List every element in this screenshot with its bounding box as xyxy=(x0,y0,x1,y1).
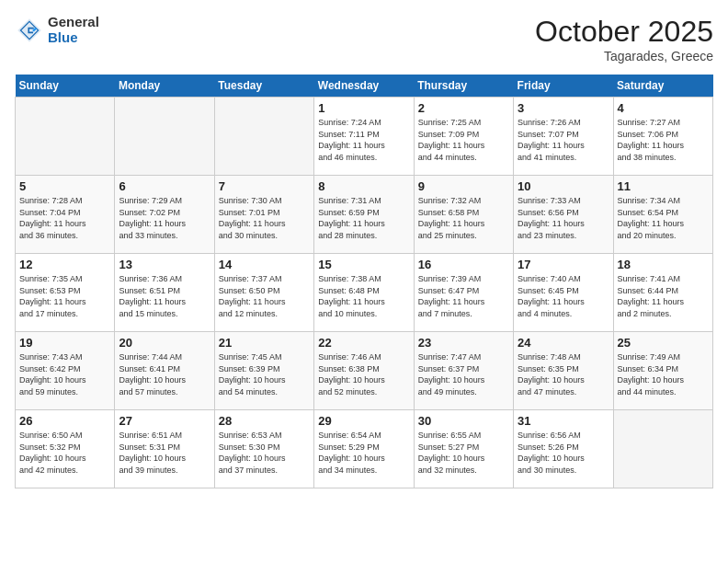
day-number: 28 xyxy=(219,414,310,428)
day-header-sunday: Sunday xyxy=(16,75,115,98)
calendar-cell: 14Sunrise: 7:37 AM Sunset: 6:50 PM Dayli… xyxy=(214,254,313,332)
calendar-week-2: 5Sunrise: 7:28 AM Sunset: 7:04 PM Daylig… xyxy=(16,176,713,254)
day-number: 15 xyxy=(318,258,409,271)
calendar-week-4: 19Sunrise: 7:43 AM Sunset: 6:42 PM Dayli… xyxy=(16,332,713,410)
day-info: Sunrise: 6:51 AM Sunset: 5:31 PM Dayligh… xyxy=(119,430,210,476)
title-block: October 2025 Tagarades, Greece xyxy=(535,15,713,63)
day-header-monday: Monday xyxy=(115,75,214,98)
day-number: 14 xyxy=(219,258,310,271)
calendar-body: 1Sunrise: 7:24 AM Sunset: 7:11 PM Daylig… xyxy=(16,98,713,488)
day-info: Sunrise: 7:38 AM Sunset: 6:48 PM Dayligh… xyxy=(318,273,409,319)
day-header-friday: Friday xyxy=(514,75,613,98)
calendar-cell: 25Sunrise: 7:49 AM Sunset: 6:34 PM Dayli… xyxy=(613,332,712,410)
day-number: 11 xyxy=(618,179,709,193)
day-number: 1 xyxy=(318,101,409,115)
day-info: Sunrise: 7:41 AM Sunset: 6:44 PM Dayligh… xyxy=(618,273,709,319)
calendar-cell: 4Sunrise: 7:27 AM Sunset: 7:06 PM Daylig… xyxy=(613,98,712,176)
day-number: 26 xyxy=(19,414,110,428)
day-number: 16 xyxy=(418,258,509,271)
calendar-cell: 28Sunrise: 6:53 AM Sunset: 5:30 PM Dayli… xyxy=(214,410,313,488)
logo-icon xyxy=(15,16,44,45)
day-number: 13 xyxy=(119,258,210,271)
day-number: 10 xyxy=(518,179,609,193)
day-header-saturday: Saturday xyxy=(613,75,712,98)
day-number: 29 xyxy=(318,414,409,428)
day-info: Sunrise: 6:53 AM Sunset: 5:30 PM Dayligh… xyxy=(219,430,310,476)
calendar-cell: 2Sunrise: 7:25 AM Sunset: 7:09 PM Daylig… xyxy=(414,98,513,176)
calendar-cell xyxy=(115,98,214,176)
calendar-table: SundayMondayTuesdayWednesdayThursdayFrid… xyxy=(15,75,713,488)
calendar-header-row: SundayMondayTuesdayWednesdayThursdayFrid… xyxy=(16,75,713,98)
day-number: 2 xyxy=(418,101,509,115)
day-number: 6 xyxy=(119,179,210,193)
calendar-cell: 6Sunrise: 7:29 AM Sunset: 7:02 PM Daylig… xyxy=(115,176,214,254)
day-info: Sunrise: 7:34 AM Sunset: 6:54 PM Dayligh… xyxy=(618,195,709,241)
day-number: 5 xyxy=(19,179,110,193)
day-info: Sunrise: 7:36 AM Sunset: 6:51 PM Dayligh… xyxy=(119,273,210,319)
day-info: Sunrise: 7:24 AM Sunset: 7:11 PM Dayligh… xyxy=(318,117,409,163)
day-info: Sunrise: 7:37 AM Sunset: 6:50 PM Dayligh… xyxy=(219,273,310,319)
calendar-cell: 8Sunrise: 7:31 AM Sunset: 6:59 PM Daylig… xyxy=(314,176,414,254)
day-info: Sunrise: 7:28 AM Sunset: 7:04 PM Dayligh… xyxy=(19,195,110,241)
day-info: Sunrise: 7:39 AM Sunset: 6:47 PM Dayligh… xyxy=(418,273,509,319)
location: Tagarades, Greece xyxy=(535,49,713,63)
calendar-cell: 3Sunrise: 7:26 AM Sunset: 7:07 PM Daylig… xyxy=(514,98,613,176)
day-info: Sunrise: 7:33 AM Sunset: 6:56 PM Dayligh… xyxy=(518,195,609,241)
calendar-cell: 9Sunrise: 7:32 AM Sunset: 6:58 PM Daylig… xyxy=(414,176,513,254)
day-info: Sunrise: 7:48 AM Sunset: 6:35 PM Dayligh… xyxy=(518,351,609,397)
day-number: 19 xyxy=(19,336,110,350)
logo-general: General xyxy=(48,15,99,30)
calendar-cell: 22Sunrise: 7:46 AM Sunset: 6:38 PM Dayli… xyxy=(314,332,414,410)
calendar-cell: 21Sunrise: 7:45 AM Sunset: 6:39 PM Dayli… xyxy=(214,332,313,410)
calendar-cell: 19Sunrise: 7:43 AM Sunset: 6:42 PM Dayli… xyxy=(16,332,115,410)
day-number: 23 xyxy=(418,336,509,350)
calendar-cell: 1Sunrise: 7:24 AM Sunset: 7:11 PM Daylig… xyxy=(314,98,414,176)
day-info: Sunrise: 6:56 AM Sunset: 5:26 PM Dayligh… xyxy=(518,430,609,476)
calendar-cell xyxy=(16,98,115,176)
day-info: Sunrise: 7:25 AM Sunset: 7:09 PM Dayligh… xyxy=(418,117,509,163)
day-info: Sunrise: 7:35 AM Sunset: 6:53 PM Dayligh… xyxy=(19,273,110,319)
calendar-cell: 10Sunrise: 7:33 AM Sunset: 6:56 PM Dayli… xyxy=(514,176,613,254)
day-header-wednesday: Wednesday xyxy=(314,75,414,98)
calendar-cell: 12Sunrise: 7:35 AM Sunset: 6:53 PM Dayli… xyxy=(16,254,115,332)
day-info: Sunrise: 7:29 AM Sunset: 7:02 PM Dayligh… xyxy=(119,195,210,241)
day-info: Sunrise: 7:30 AM Sunset: 7:01 PM Dayligh… xyxy=(219,195,310,241)
calendar-week-1: 1Sunrise: 7:24 AM Sunset: 7:11 PM Daylig… xyxy=(16,98,713,176)
calendar-cell: 20Sunrise: 7:44 AM Sunset: 6:41 PM Dayli… xyxy=(115,332,214,410)
day-info: Sunrise: 7:26 AM Sunset: 7:07 PM Dayligh… xyxy=(518,117,609,163)
calendar-cell: 26Sunrise: 6:50 AM Sunset: 5:32 PM Dayli… xyxy=(16,410,115,488)
day-info: Sunrise: 7:45 AM Sunset: 6:39 PM Dayligh… xyxy=(219,351,310,397)
calendar-cell: 5Sunrise: 7:28 AM Sunset: 7:04 PM Daylig… xyxy=(16,176,115,254)
logo-blue: Blue xyxy=(48,30,99,46)
day-number: 30 xyxy=(418,414,509,428)
day-info: Sunrise: 7:43 AM Sunset: 6:42 PM Dayligh… xyxy=(19,351,110,397)
day-number: 18 xyxy=(618,258,709,271)
day-number: 20 xyxy=(119,336,210,350)
day-info: Sunrise: 7:31 AM Sunset: 6:59 PM Dayligh… xyxy=(318,195,409,241)
day-number: 31 xyxy=(518,414,609,428)
day-header-thursday: Thursday xyxy=(414,75,513,98)
calendar-cell xyxy=(214,98,313,176)
day-number: 27 xyxy=(119,414,210,428)
day-info: Sunrise: 7:40 AM Sunset: 6:45 PM Dayligh… xyxy=(518,273,609,319)
logo: General Blue xyxy=(15,15,99,45)
page-header: General Blue October 2025 Tagarades, Gre… xyxy=(15,15,713,63)
calendar-cell: 11Sunrise: 7:34 AM Sunset: 6:54 PM Dayli… xyxy=(613,176,712,254)
calendar-week-3: 12Sunrise: 7:35 AM Sunset: 6:53 PM Dayli… xyxy=(16,254,713,332)
day-number: 22 xyxy=(318,336,409,350)
day-number: 12 xyxy=(19,258,110,271)
calendar-cell: 18Sunrise: 7:41 AM Sunset: 6:44 PM Dayli… xyxy=(613,254,712,332)
day-number: 8 xyxy=(318,179,409,193)
day-number: 9 xyxy=(418,179,509,193)
day-info: Sunrise: 7:46 AM Sunset: 6:38 PM Dayligh… xyxy=(318,351,409,397)
day-info: Sunrise: 6:55 AM Sunset: 5:27 PM Dayligh… xyxy=(418,430,509,476)
calendar-cell: 30Sunrise: 6:55 AM Sunset: 5:27 PM Dayli… xyxy=(414,410,513,488)
day-info: Sunrise: 7:32 AM Sunset: 6:58 PM Dayligh… xyxy=(418,195,509,241)
day-number: 24 xyxy=(518,336,609,350)
month-title: October 2025 xyxy=(535,15,713,49)
calendar-week-5: 26Sunrise: 6:50 AM Sunset: 5:32 PM Dayli… xyxy=(16,410,713,488)
day-info: Sunrise: 7:44 AM Sunset: 6:41 PM Dayligh… xyxy=(119,351,210,397)
day-info: Sunrise: 6:50 AM Sunset: 5:32 PM Dayligh… xyxy=(19,430,110,476)
day-info: Sunrise: 7:49 AM Sunset: 6:34 PM Dayligh… xyxy=(618,351,709,397)
day-number: 17 xyxy=(518,258,609,271)
